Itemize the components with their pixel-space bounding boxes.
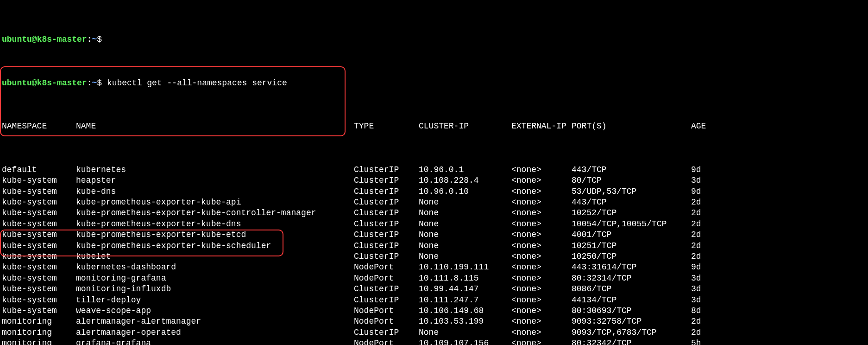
cell-age: 9d — [691, 262, 710, 273]
cell-cluster-ip: 10.109.107.156 — [419, 338, 511, 345]
cell-ports: 443:31614/TCP — [572, 262, 691, 273]
cell-name: kube-prometheus-exporter-kube-dns — [76, 219, 354, 230]
cell-external-ip: <none> — [511, 241, 572, 251]
prompt-user: ubuntu — [2, 78, 32, 88]
cell-namespace: kube-system — [2, 219, 76, 230]
header-type: TYPE — [354, 121, 419, 132]
cell-external-ip: <none> — [511, 165, 572, 175]
cell-age: 2d — [691, 241, 710, 251]
cell-age: 3d — [691, 284, 710, 294]
cell-external-ip: <none> — [511, 208, 572, 218]
cell-type: NodePort — [354, 273, 419, 284]
cell-namespace: kube-system — [2, 306, 76, 316]
cell-age: 9d — [691, 165, 710, 175]
cell-external-ip: <none> — [511, 175, 572, 186]
cell-namespace: kube-system — [2, 241, 76, 251]
header-ports: PORT(S) — [572, 121, 691, 132]
cell-external-ip: <none> — [511, 197, 572, 208]
cell-external-ip: <none> — [511, 230, 572, 240]
cell-age: 5h — [691, 338, 710, 345]
cell-type: ClusterIP — [354, 241, 419, 251]
cell-external-ip: <none> — [511, 338, 572, 345]
cell-type: ClusterIP — [354, 230, 419, 240]
cell-external-ip: <none> — [511, 327, 572, 338]
cell-ports: 443/TCP — [572, 197, 691, 208]
cell-namespace: kube-system — [2, 175, 76, 186]
prompt-host: k8s-master — [37, 35, 87, 44]
cell-namespace: kube-system — [2, 208, 76, 218]
cell-namespace: monitoring — [2, 327, 76, 338]
cell-namespace: kube-system — [2, 230, 76, 240]
table-rows: defaultkubernetesClusterIP10.96.0.1<none… — [2, 165, 866, 345]
table-row: kube-systemheapsterClusterIP10.108.228.4… — [2, 175, 866, 186]
table-row: kube-systemweave-scope-appNodePort10.106… — [2, 306, 866, 316]
cell-cluster-ip: 10.111.247.7 — [419, 295, 511, 306]
command-text: kubectl get --all-namespaces service — [107, 78, 287, 88]
cell-name: kube-prometheus-exporter-kube-api — [76, 197, 354, 208]
cell-namespace: default — [2, 165, 76, 175]
terminal-output[interactable]: ubuntu@k8s-master:~$ ubuntu@k8s-master:~… — [0, 0, 868, 345]
table-header-row: NAMESPACENAMETYPECLUSTER-IPEXTERNAL-IPPO… — [2, 121, 866, 132]
prompt-colon: : — [87, 78, 92, 88]
cell-cluster-ip: None — [419, 219, 511, 230]
header-name: NAME — [76, 121, 354, 132]
header-age: AGE — [691, 121, 710, 132]
cell-ports: 80:32314/TCP — [572, 273, 691, 284]
cell-type: ClusterIP — [354, 186, 419, 197]
cell-ports: 80:30693/TCP — [572, 306, 691, 316]
table-row: kube-systemkube-prometheus-exporter-kube… — [2, 230, 866, 240]
table-row: kube-systemkube-dnsClusterIP10.96.0.10<n… — [2, 186, 866, 197]
table-row: defaultkubernetesClusterIP10.96.0.1<none… — [2, 165, 866, 175]
cell-ports: 10252/TCP — [572, 208, 691, 218]
cell-external-ip: <none> — [511, 273, 572, 284]
cell-namespace: kube-system — [2, 197, 76, 208]
cell-name: monitoring-grafana — [76, 273, 354, 284]
cell-ports: 443/TCP — [572, 165, 691, 175]
cell-external-ip: <none> — [511, 219, 572, 230]
cell-ports: 80/TCP — [572, 175, 691, 186]
cell-age: 2d — [691, 208, 710, 218]
cell-namespace: kube-system — [2, 295, 76, 306]
cell-name: weave-scope-app — [76, 306, 354, 316]
cell-cluster-ip: 10.108.228.4 — [419, 175, 511, 186]
cell-namespace: kube-system — [2, 262, 76, 273]
cell-type: ClusterIP — [354, 295, 419, 306]
cell-name: kube-prometheus-exporter-kube-controller… — [76, 208, 354, 218]
cell-external-ip: <none> — [511, 186, 572, 197]
prompt-line-command: ubuntu@k8s-master:~$ kubectl get --all-n… — [2, 78, 866, 89]
cell-external-ip: <none> — [511, 284, 572, 294]
prompt-path: ~ — [92, 35, 97, 44]
cell-type: ClusterIP — [354, 208, 419, 218]
prompt-colon: : — [87, 35, 92, 44]
table-row: kube-systemkubeletClusterIPNone<none>102… — [2, 251, 866, 262]
cell-cluster-ip: None — [419, 327, 511, 338]
prompt-host: k8s-master — [37, 78, 87, 88]
cell-cluster-ip: None — [419, 241, 511, 251]
cell-namespace: kube-system — [2, 284, 76, 294]
table-row: kube-systemkube-prometheus-exporter-kube… — [2, 197, 866, 208]
table-row: monitoringgrafana-grafanaNodePort10.109.… — [2, 338, 866, 345]
table-row: kube-systemkubernetes-dashboardNodePort1… — [2, 262, 866, 273]
cell-ports: 10251/TCP — [572, 241, 691, 251]
prompt-dollar: $ — [97, 35, 102, 44]
cell-external-ip: <none> — [511, 262, 572, 273]
cell-age: 3d — [691, 175, 710, 186]
prompt-user: ubuntu — [2, 35, 32, 44]
cell-namespace: monitoring — [2, 338, 76, 345]
cell-age: 8d — [691, 306, 710, 316]
cell-age: 9d — [691, 186, 710, 197]
cell-type: NodePort — [354, 306, 419, 316]
cell-type: NodePort — [354, 262, 419, 273]
cell-cluster-ip: None — [419, 208, 511, 218]
cell-namespace: monitoring — [2, 316, 76, 327]
cell-namespace: kube-system — [2, 273, 76, 284]
cell-name: heapster — [76, 175, 354, 186]
cell-name: monitoring-influxdb — [76, 284, 354, 294]
cell-cluster-ip: 10.110.199.111 — [419, 262, 511, 273]
table-row: monitoringalertmanager-operatedClusterIP… — [2, 327, 866, 338]
cell-type: ClusterIP — [354, 197, 419, 208]
table-row: kube-systemmonitoring-influxdbClusterIP1… — [2, 284, 866, 294]
cell-cluster-ip: 10.111.8.115 — [419, 273, 511, 284]
cell-external-ip: <none> — [511, 316, 572, 327]
cell-namespace: kube-system — [2, 186, 76, 197]
